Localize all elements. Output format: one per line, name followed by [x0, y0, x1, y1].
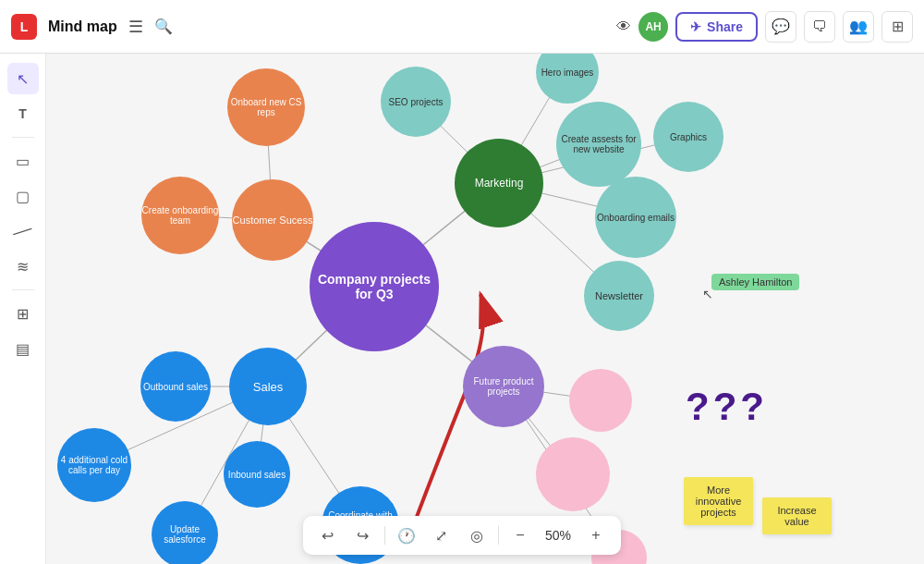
- node-onboarding-team[interactable]: Create onboarding team: [141, 177, 219, 254]
- node-marketing[interactable]: Marketing: [455, 139, 543, 227]
- header-right: 👁 AH ✈ Share 💬 🗨 👥 ⊞: [616, 11, 913, 43]
- node-outbound-sales[interactable]: Outbound sales: [140, 351, 211, 422]
- node-seo[interactable]: SEO projects: [381, 67, 451, 137]
- node-onboarding-emails[interactable]: Onboarding emails: [595, 177, 676, 258]
- node-unknown-1[interactable]: [569, 369, 632, 432]
- mindmap-connections: [46, 54, 924, 564]
- fit-screen-button[interactable]: ⤢: [428, 521, 456, 549]
- node-graphics[interactable]: Graphics: [653, 102, 723, 172]
- app-logo[interactable]: L: [11, 14, 37, 40]
- share-button[interactable]: ✈ Share: [675, 12, 758, 42]
- zoom-in-button[interactable]: +: [582, 521, 610, 549]
- search-icon[interactable]: 🔍: [154, 18, 173, 35]
- zoom-out-button[interactable]: −: [506, 521, 534, 549]
- rectangle-tool[interactable]: ▭: [7, 145, 39, 177]
- zoom-level: 50%: [541, 528, 575, 543]
- question-marks: ???: [686, 385, 768, 429]
- rounded-rect-tool[interactable]: ▢: [7, 180, 39, 212]
- node-cs-reps[interactable]: Onboard new CS reps: [227, 68, 305, 146]
- canvas[interactable]: Company projects for Q3 Marketing Custom…: [46, 54, 924, 564]
- avatar[interactable]: AH: [638, 12, 668, 42]
- node-sales[interactable]: Sales: [229, 348, 307, 425]
- chat-icon[interactable]: 🗨: [804, 11, 835, 43]
- node-customer-success[interactable]: Customer Sucess: [232, 179, 313, 261]
- eye-icon[interactable]: 👁: [616, 18, 631, 35]
- text-tool[interactable]: T: [7, 98, 39, 129]
- location-button[interactable]: ◎: [463, 521, 491, 549]
- node-newsletter[interactable]: Newsletter: [584, 261, 654, 331]
- sticky-note-1[interactable]: More innovative projects: [684, 477, 753, 525]
- history-button[interactable]: 🕐: [393, 521, 420, 549]
- node-unknown-2[interactable]: [536, 437, 610, 511]
- redo-button[interactable]: ↪: [349, 521, 377, 549]
- menu-icon[interactable]: ☰: [128, 17, 143, 37]
- curve-tool[interactable]: ≋: [7, 251, 39, 282]
- select-tool[interactable]: ↖: [7, 63, 39, 94]
- grid-icon[interactable]: ⊞: [881, 11, 913, 43]
- comment-icon[interactable]: 💬: [765, 11, 796, 43]
- app-title: Mind map: [48, 18, 117, 35]
- node-create-assets[interactable]: Create assests for new website: [556, 102, 641, 187]
- left-toolbar: ↖ T ▭ ▢ ╱ ≋ ⊞ ▤: [0, 54, 46, 564]
- layout-tool[interactable]: ▤: [7, 333, 39, 364]
- node-update-salesforce[interactable]: Update salesforce: [152, 501, 218, 564]
- node-inbound-sales[interactable]: Inbound sales: [224, 441, 290, 508]
- sticky-note-2[interactable]: Increase value: [762, 497, 832, 534]
- node-future-projects[interactable]: Future product projects: [463, 346, 544, 427]
- node-cold-calls[interactable]: 4 additional cold calls per day: [57, 428, 131, 502]
- header: L Mind map ☰ 🔍 👁 AH ✈ Share 💬 🗨 👥 ⊞: [0, 0, 924, 54]
- undo-button[interactable]: ↩: [314, 521, 342, 549]
- share-icon: ✈: [690, 19, 701, 34]
- center-node[interactable]: Company projects for Q3: [310, 222, 439, 351]
- people-icon[interactable]: 👥: [843, 11, 874, 43]
- cursor-pointer: ↖: [702, 287, 713, 301]
- bottom-toolbar: ↩ ↪ 🕐 ⤢ ◎ − 50% +: [303, 516, 621, 555]
- table-tool[interactable]: ⊞: [7, 298, 39, 329]
- line-tool[interactable]: ╱: [0, 209, 44, 253]
- cursor-label: Ashley Hamilton: [711, 274, 799, 290]
